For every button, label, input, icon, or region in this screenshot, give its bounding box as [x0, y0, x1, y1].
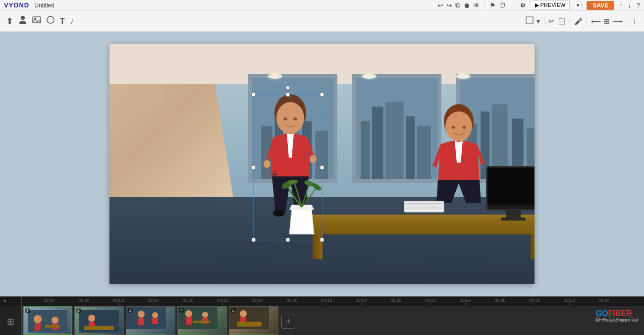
help-icon[interactable]: ? — [636, 1, 640, 9]
copy-icon[interactable]: ⧉ — [455, 1, 460, 9]
text-icon[interactable]: T — [60, 17, 65, 26]
ceiling-light-3 — [456, 74, 470, 79]
monitor-base — [501, 218, 526, 221]
scene-img-4 — [178, 307, 226, 335]
ruler-tick-1: 00:04 — [78, 298, 90, 305]
timeline: ▼ 00:0200:0400:0600:0800:1000:1200:1400:… — [0, 296, 644, 335]
svg-point-24 — [276, 102, 304, 134]
sep — [544, 17, 544, 26]
ceiling-light-1 — [268, 74, 282, 79]
desk-legs — [303, 232, 535, 259]
sep — [484, 2, 485, 9]
download-icon[interactable]: ↓ — [628, 1, 631, 9]
svg-rect-15 — [406, 116, 415, 179]
undo-icon[interactable]: ↩ — [437, 1, 443, 9]
scene-thumb-3[interactable]: 3 — [126, 306, 175, 335]
ruler-tick-10: 00:22 — [390, 298, 402, 305]
scene-num-4: 4 — [179, 308, 184, 313]
topbar-icons: ↩ ↪ ⧉ ⏺ 👁 ⚑ ⏱ — [437, 1, 506, 9]
music-icon[interactable]: ♪ — [70, 16, 74, 26]
timeline-ruler-bar: ▼ 00:0200:0400:0600:0800:1000:1200:1400:… — [0, 297, 644, 306]
svg-point-40 — [463, 126, 466, 129]
upload-icon[interactable]: ⬆ — [6, 16, 13, 27]
eye-icon[interactable]: 👁 — [473, 1, 480, 9]
scene-thumb-2[interactable]: 2 — [74, 306, 124, 335]
scene-num-5: 5 — [231, 308, 235, 313]
svg-point-45 — [34, 315, 42, 323]
watermark: GOFIBER HTTPS://GOFIBER.VN/ — [596, 309, 638, 323]
character-icon[interactable] — [18, 15, 27, 27]
more-icon[interactable]: ⋮ — [631, 17, 638, 25]
svg-rect-42 — [407, 203, 441, 205]
svg-point-66 — [240, 310, 247, 317]
ruler-tick-2: 00:06 — [113, 298, 124, 305]
scene-thumb-4[interactable]: 4 — [177, 306, 227, 335]
canvas-frame[interactable]: ✛ — [109, 44, 535, 284]
scene-thumb-1[interactable]: 1 — [23, 306, 72, 335]
scene-background: ✛ — [109, 44, 535, 284]
record-icon[interactable]: ⏺ — [463, 1, 470, 9]
mic-icon[interactable]: 🎤 — [574, 17, 583, 25]
cut-icon[interactable]: ✂ — [548, 17, 554, 25]
svg-point-47 — [52, 317, 58, 324]
svg-rect-49 — [45, 325, 60, 328]
paste-icon[interactable]: 📋 — [557, 17, 566, 25]
monitor-screen — [487, 168, 535, 205]
redo-icon[interactable]: ↪ — [446, 1, 452, 9]
watermark-go: GO — [596, 309, 608, 318]
svg-rect-58 — [152, 318, 158, 324]
scene-thumb-5[interactable]: 5 — [229, 306, 278, 335]
watermark-fiber: FIBER — [608, 309, 632, 318]
grid-icon-small[interactable]: ⊞ — [7, 316, 14, 327]
ceiling-light-2 — [362, 74, 376, 79]
settings-icon[interactable]: ⚙ — [520, 2, 526, 9]
sep2 — [570, 17, 570, 26]
preview-dropdown-button[interactable]: ▾ — [575, 1, 582, 9]
scene-num-2: 2 — [76, 308, 81, 313]
save-button[interactable]: SAVE — [587, 1, 614, 10]
collapse-toggle[interactable]: ▼ — [0, 297, 21, 305]
svg-rect-46 — [35, 323, 41, 331]
svg-rect-13 — [372, 107, 383, 179]
ruler-tick-5: 00:12 — [217, 298, 228, 305]
sep3 — [587, 17, 587, 26]
svg-rect-12 — [361, 121, 370, 179]
chart-icon[interactable] — [46, 15, 55, 27]
svg-point-37 — [445, 112, 472, 141]
svg-point-27 — [310, 155, 317, 163]
scene-img-1 — [24, 307, 71, 335]
monitor — [486, 166, 535, 211]
scene-num-1: 1 — [25, 308, 30, 313]
dropdown-icon[interactable]: ▾ — [537, 17, 540, 25]
svg-rect-56 — [138, 318, 144, 325]
watermark-url: HTTPS://GOFIBER.VN/ — [596, 318, 638, 323]
sep2 — [513, 2, 513, 9]
svg-point-57 — [152, 312, 158, 318]
flag-icon[interactable]: ⚑ — [489, 1, 496, 9]
app-logo: VYOND — [4, 1, 29, 9]
add-scene-button[interactable]: + — [281, 315, 295, 329]
crop-icon[interactable] — [526, 16, 534, 26]
ruler-tick-16: 00:34 — [598, 298, 610, 305]
svg-point-3 — [47, 16, 54, 23]
share-icon[interactable]: ↑ — [619, 1, 623, 9]
align-right-icon[interactable]: ⟶ — [613, 17, 623, 25]
desk-leg-2 — [531, 232, 535, 259]
top-bar: VYOND Untitled ↩ ↪ ⧉ ⏺ 👁 ⚑ ⏱ ⚙ ▶ PREVIEW… — [0, 0, 644, 11]
grid-icon[interactable]: ⊞ — [604, 17, 610, 25]
scene-icon[interactable] — [32, 15, 41, 27]
ruler-tick-12: 00:26 — [460, 298, 471, 305]
svg-rect-4 — [526, 17, 533, 24]
preview-button[interactable]: ▶ PREVIEW — [531, 0, 570, 10]
document-title[interactable]: Untitled — [34, 2, 54, 9]
scene-list-toggle[interactable]: ⊞ — [0, 306, 22, 335]
ruler-tick-15: 00:32 — [564, 298, 575, 305]
canvas-area[interactable]: ✛ ⊞ ▾ ☰ ▾ — □ + — [0, 32, 644, 296]
align-left-icon[interactable]: ⟵ — [591, 17, 601, 25]
ruler-tick-8: 00:18 — [321, 298, 332, 305]
scene-img-5 — [229, 307, 278, 335]
svg-point-39 — [452, 126, 455, 129]
desk — [298, 220, 535, 234]
timer-icon[interactable]: ⏱ — [499, 1, 506, 9]
ruler-tick-11: 00:24 — [425, 298, 436, 305]
